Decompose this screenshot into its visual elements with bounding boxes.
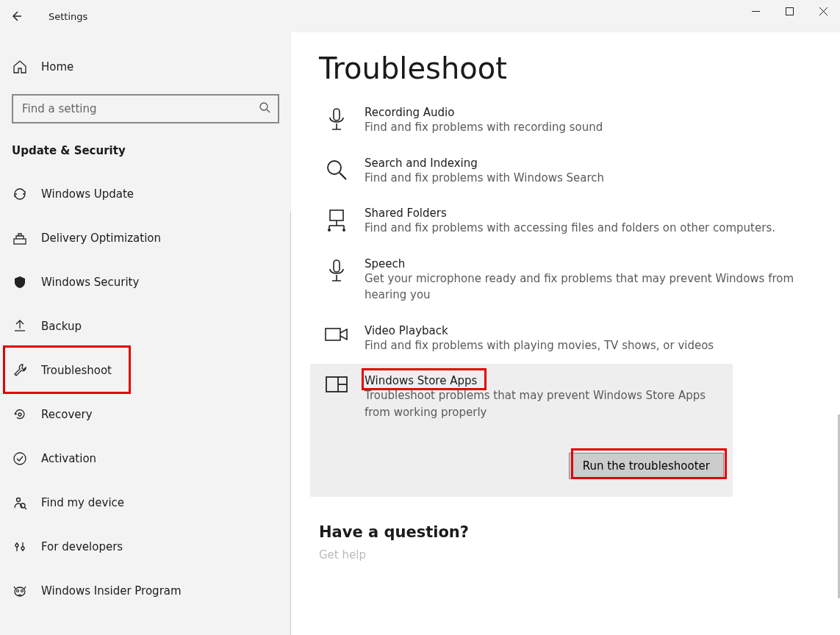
sidebar-item-backup[interactable]: Backup xyxy=(0,304,291,348)
ts-item-windows-store-apps[interactable]: Windows Store Apps Troubleshoot problems… xyxy=(310,364,733,497)
backup-icon xyxy=(12,318,28,334)
ts-item-desc: Get your microphone ready and fix proble… xyxy=(365,270,803,304)
ts-item-video-playback[interactable]: Video Playback Find and fix problems wit… xyxy=(319,314,812,365)
get-help-link[interactable]: Get help xyxy=(319,548,812,562)
svg-point-20 xyxy=(21,590,24,592)
search-icon xyxy=(322,157,351,186)
ts-item-title: Windows Store Apps xyxy=(365,374,477,387)
home-label: Home xyxy=(41,60,73,73)
svg-rect-32 xyxy=(326,329,340,340)
svg-point-9 xyxy=(18,413,21,416)
ts-item-title: Search and Indexing xyxy=(365,157,803,170)
video-icon xyxy=(322,324,351,354)
ts-item-title: Video Playback xyxy=(365,324,803,337)
ts-item-title: Speech xyxy=(365,257,803,270)
svg-point-19 xyxy=(17,590,19,592)
sidebar-item-delivery-optimization[interactable]: Delivery Optimization xyxy=(0,216,291,260)
svg-point-29 xyxy=(328,229,331,232)
svg-rect-21 xyxy=(334,109,340,121)
home-icon xyxy=(12,59,28,75)
sidebar-category: Update & Security xyxy=(0,137,291,172)
mic-icon xyxy=(322,257,351,287)
svg-point-22 xyxy=(328,161,341,174)
content-pane: Troubleshoot Recording Audio Find and fi… xyxy=(291,32,840,635)
sidebar-item-windows-security[interactable]: Windows Security xyxy=(0,260,291,304)
sidebar-item-windows-insider[interactable]: Windows Insider Program xyxy=(0,569,291,613)
ts-item-desc: Find and fix problems with playing movie… xyxy=(365,337,803,354)
sidebar-item-label: Windows Insider Program xyxy=(41,584,182,598)
shared-folders-icon xyxy=(322,207,351,236)
sidebar-item-label: Recovery xyxy=(41,408,93,421)
maximize-button[interactable] xyxy=(772,0,806,22)
search-icon xyxy=(259,101,270,116)
sidebar-item-label: Windows Update xyxy=(41,187,134,201)
sidebar-item-label: Delivery Optimization xyxy=(41,232,161,245)
sidebar-item-label: For developers xyxy=(41,540,123,553)
update-icon xyxy=(12,186,28,202)
svg-line-23 xyxy=(340,173,346,179)
find-device-icon xyxy=(12,495,28,511)
sidebar-item-recovery[interactable]: Recovery xyxy=(0,392,291,437)
recovery-icon xyxy=(12,406,28,423)
svg-rect-1 xyxy=(786,7,793,15)
svg-point-11 xyxy=(17,498,21,502)
svg-rect-31 xyxy=(334,260,340,272)
ts-item-desc: Find and fix problems with accessing fil… xyxy=(365,220,803,237)
sidebar-item-troubleshoot[interactable]: Troubleshoot xyxy=(0,348,291,392)
svg-point-17 xyxy=(21,547,24,550)
minimize-button[interactable] xyxy=(739,0,772,22)
svg-rect-6 xyxy=(14,239,26,244)
developers-icon xyxy=(12,539,28,555)
sidebar-item-label: Activation xyxy=(41,452,96,465)
ts-item-desc: Find and fix problems with Windows Searc… xyxy=(365,170,803,187)
sidebar-item-windows-update[interactable]: Windows Update xyxy=(0,172,291,216)
activation-icon xyxy=(12,451,28,467)
mic-icon xyxy=(322,106,351,135)
svg-point-4 xyxy=(260,103,268,110)
ts-item-desc: Troubleshoot problems that may prevent W… xyxy=(365,387,724,420)
svg-line-13 xyxy=(24,507,26,509)
apps-icon xyxy=(322,374,351,403)
search-box[interactable] xyxy=(12,94,279,123)
ts-item-title: Shared Folders xyxy=(365,207,803,220)
shield-icon xyxy=(12,274,28,290)
close-button[interactable] xyxy=(806,0,840,22)
sidebar-item-for-developers[interactable]: For developers xyxy=(0,525,291,569)
ts-item-desc: Find and fix problems with recording sou… xyxy=(365,119,803,136)
sidebar-item-label: Windows Security xyxy=(41,276,139,289)
sidebar-item-activation[interactable]: Activation xyxy=(0,437,291,481)
svg-line-5 xyxy=(267,110,270,112)
sidebar-item-find-my-device[interactable]: Find my device xyxy=(0,481,291,525)
delivery-icon xyxy=(12,230,28,246)
sidebar: Home Update & Security Windows Update De… xyxy=(0,32,291,635)
ts-item-search-indexing[interactable]: Search and Indexing Find and fix problem… xyxy=(319,146,812,197)
sidebar-item-label: Find my device xyxy=(41,496,124,509)
home-nav[interactable]: Home xyxy=(0,50,291,84)
window-title: Settings xyxy=(49,11,87,22)
ts-item-title: Recording Audio xyxy=(365,106,803,119)
run-troubleshooter-button[interactable]: Run the troubleshooter xyxy=(569,453,724,479)
titlebar: Settings xyxy=(0,0,840,32)
sidebar-item-label: Troubleshoot xyxy=(41,364,112,377)
ts-item-shared-folders[interactable]: Shared Folders Find and fix problems wit… xyxy=(319,196,812,247)
page-title: Troubleshoot xyxy=(319,51,812,85)
ts-item-recording-audio[interactable]: Recording Audio Find and fix problems wi… xyxy=(319,96,812,146)
svg-rect-24 xyxy=(330,210,343,220)
insider-icon xyxy=(12,583,28,599)
svg-point-30 xyxy=(342,229,345,232)
svg-point-16 xyxy=(15,544,18,547)
search-input[interactable] xyxy=(21,101,259,116)
have-question-heading: Have a question? xyxy=(319,523,812,541)
ts-item-speech[interactable]: Speech Get your microphone ready and fix… xyxy=(319,247,812,314)
sidebar-item-label: Backup xyxy=(41,320,82,333)
wrench-icon xyxy=(12,362,28,379)
svg-point-10 xyxy=(14,453,26,464)
back-button[interactable] xyxy=(0,0,32,32)
